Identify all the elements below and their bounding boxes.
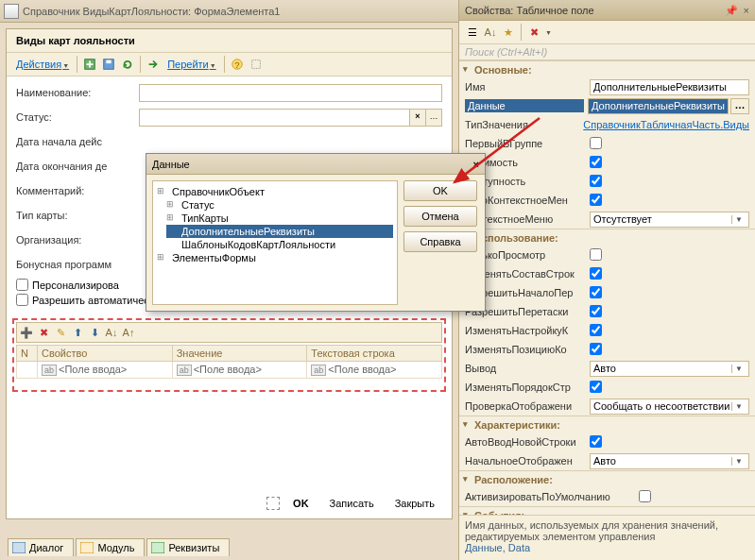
properties-panel: Свойства: Табличное поле 📌× ☰ A↓ ★ ✖ ▼ П… bbox=[458, 0, 755, 560]
col-value[interactable]: Значение bbox=[172, 346, 307, 362]
prop-firstingroup-checkbox[interactable] bbox=[590, 137, 602, 149]
row-down-icon[interactable]: ⬇ bbox=[87, 325, 102, 340]
row-add-icon[interactable]: ➕ bbox=[19, 325, 34, 340]
prop-name-label: Имя bbox=[465, 81, 586, 93]
tab-attributes[interactable]: Реквизиты bbox=[146, 538, 230, 556]
sort-asc-icon[interactable]: A↓ bbox=[104, 325, 119, 340]
svg-rect-7 bbox=[80, 542, 94, 553]
sort-desc-icon[interactable]: A↑ bbox=[121, 325, 136, 340]
prop-footer-desc: Имя данных, используемых для хранения зн… bbox=[465, 519, 749, 542]
row-edit-icon[interactable]: ✎ bbox=[53, 325, 68, 340]
col-n[interactable]: N bbox=[17, 346, 38, 362]
ok-marker-icon bbox=[266, 497, 280, 510]
dialog-tree[interactable]: СправочникОбъект Статус ТипКарты Дополни… bbox=[152, 180, 398, 305]
dialog-help-button[interactable]: Справка bbox=[403, 231, 477, 252]
status-clear-button[interactable]: × bbox=[409, 110, 425, 126]
goto-icon[interactable] bbox=[145, 56, 162, 73]
prop-clear-icon[interactable]: ✖ bbox=[526, 25, 541, 40]
prop-changepos-label: ИзменятьПозициюКо bbox=[465, 344, 586, 355]
col-textstring[interactable]: Текстовая строка bbox=[307, 346, 442, 362]
prop-visibility-checkbox[interactable] bbox=[590, 156, 602, 168]
tree-item-extra-props[interactable]: ДополнительныеРеквизиты bbox=[166, 225, 393, 238]
card-type-label: Тип карты: bbox=[16, 210, 139, 221]
prop-access-checkbox[interactable] bbox=[590, 175, 602, 187]
tree-item-formelements[interactable]: ЭлементыФормы bbox=[157, 251, 393, 264]
prop-changerows-checkbox[interactable] bbox=[590, 267, 602, 280]
chevron-down-icon[interactable]: ▼ bbox=[731, 365, 746, 373]
prop-changeorder-checkbox[interactable] bbox=[590, 381, 602, 393]
prop-ctxmenu-combo[interactable]: Отсутствует▼ bbox=[590, 212, 749, 228]
personalized-checkbox[interactable] bbox=[16, 279, 28, 291]
prop-sort-icon[interactable]: A↓ bbox=[483, 25, 498, 40]
help-icon[interactable]: ? bbox=[229, 56, 246, 73]
chevron-down-icon[interactable]: ▼ bbox=[731, 402, 746, 411]
prop-data-ellipsis[interactable]: … bbox=[730, 98, 749, 114]
add-icon[interactable] bbox=[81, 56, 98, 73]
prop-activate-label: АктивизироватьПоУмолчанию bbox=[465, 491, 635, 502]
tree-root[interactable]: СправочникОбъект bbox=[157, 185, 393, 198]
prop-checkdisp-label: ПроверкаОтображени bbox=[465, 400, 586, 412]
autoreg-checkbox[interactable] bbox=[16, 294, 28, 306]
prop-changeorder-label: ИзменятьПорядокСтр bbox=[465, 382, 586, 393]
prop-data-label: Данные bbox=[465, 99, 584, 112]
module-tab-icon bbox=[80, 542, 94, 553]
dialog-ok-button[interactable]: OK bbox=[403, 180, 477, 201]
prop-autonewline-checkbox[interactable] bbox=[590, 435, 602, 448]
section-layout[interactable]: Расположение: bbox=[459, 471, 755, 487]
dialog-titlebar[interactable]: Данные × bbox=[146, 154, 485, 175]
row-del-icon[interactable]: ✖ bbox=[36, 325, 51, 340]
prop-star-icon[interactable]: ★ bbox=[501, 25, 516, 40]
chevron-down-icon[interactable]: ▼ bbox=[731, 215, 746, 224]
dialog-close-button[interactable]: × bbox=[473, 154, 479, 174]
save-icon[interactable] bbox=[100, 56, 117, 73]
prop-readonly-checkbox[interactable] bbox=[590, 248, 602, 261]
prop-data-input[interactable]: ДополнительныеРеквизиты bbox=[588, 98, 729, 114]
date-start-label: Дата начала дейс bbox=[16, 136, 139, 147]
tab-dialog[interactable]: Диалог bbox=[8, 538, 74, 556]
section-char[interactable]: Характеристики: bbox=[459, 416, 755, 433]
section-basic[interactable]: Основные: bbox=[459, 61, 755, 77]
section-usage[interactable]: Использование: bbox=[459, 229, 755, 246]
prop-firstdisp-label: НачальноеОтображен bbox=[465, 455, 586, 467]
prop-allowbegin-checkbox[interactable] bbox=[590, 286, 602, 298]
status-input[interactable]: …× bbox=[139, 109, 442, 127]
prop-name-input[interactable] bbox=[590, 79, 749, 95]
bottom-tabs: Диалог Модуль Реквизиты bbox=[8, 538, 230, 556]
status-ellipsis-button[interactable]: … bbox=[425, 110, 441, 126]
col-property[interactable]: Свойство bbox=[38, 346, 173, 362]
prop-footer-link[interactable]: Данные, Data bbox=[465, 542, 749, 553]
prop-checkdisp-combo[interactable]: Сообщать о несоответствии▼ bbox=[590, 399, 749, 415]
prop-output-combo[interactable]: Авто▼ bbox=[590, 361, 749, 377]
table-grid[interactable]: N Свойство Значение Текстовая строка ab<… bbox=[16, 345, 442, 379]
prop-changepos-checkbox[interactable] bbox=[590, 343, 602, 355]
tab-module[interactable]: Модуль bbox=[76, 538, 145, 556]
dialog-title: Данные bbox=[152, 154, 190, 174]
tree-item-templates[interactable]: ШаблоныКодовКартЛояльности bbox=[166, 238, 393, 251]
tree-item-cardtype[interactable]: ТипКарты bbox=[166, 212, 393, 225]
chevron-down-icon[interactable]: ▼ bbox=[731, 457, 746, 466]
panel-close-icon[interactable]: × bbox=[744, 0, 749, 21]
goto-menu[interactable]: Перейти▼ bbox=[163, 57, 220, 72]
tree-item-status[interactable]: Статус bbox=[166, 198, 393, 212]
ok-button[interactable]: OK bbox=[285, 496, 317, 511]
properties-titlebar[interactable]: Свойства: Табличное поле 📌× bbox=[459, 0, 755, 21]
save-button[interactable]: Записать bbox=[322, 496, 382, 511]
properties-search[interactable]: Поиск (Ctrl+Alt+I) bbox=[459, 44, 755, 60]
panel-pin-icon[interactable]: 📌 bbox=[725, 0, 738, 21]
prop-allowdrag-checkbox[interactable] bbox=[590, 305, 602, 317]
svg-rect-8 bbox=[151, 542, 164, 553]
prop-autoctx-checkbox[interactable] bbox=[590, 194, 602, 206]
actions-menu[interactable]: Действия▼ bbox=[12, 57, 73, 72]
dialog-cancel-button[interactable]: Отмена bbox=[403, 206, 477, 227]
prop-changesettings-checkbox[interactable] bbox=[590, 324, 602, 336]
prop-type-value[interactable]: СправочникТабличнаяЧасть.Виды bbox=[583, 119, 749, 130]
prop-activate-checkbox[interactable] bbox=[639, 490, 651, 502]
prop-firstdisp-combo[interactable]: Авто▼ bbox=[590, 453, 749, 469]
close-button[interactable]: Закрыть bbox=[387, 496, 442, 511]
refresh-icon[interactable] bbox=[119, 56, 136, 73]
row-up-icon[interactable]: ⬆ bbox=[70, 325, 85, 340]
settings-icon[interactable] bbox=[248, 56, 265, 73]
prop-cat-icon[interactable]: ☰ bbox=[465, 25, 480, 40]
table-row[interactable]: ab<Поле ввода> ab<Поле ввода> ab<Поле вв… bbox=[17, 362, 442, 379]
name-input[interactable] bbox=[139, 84, 442, 102]
